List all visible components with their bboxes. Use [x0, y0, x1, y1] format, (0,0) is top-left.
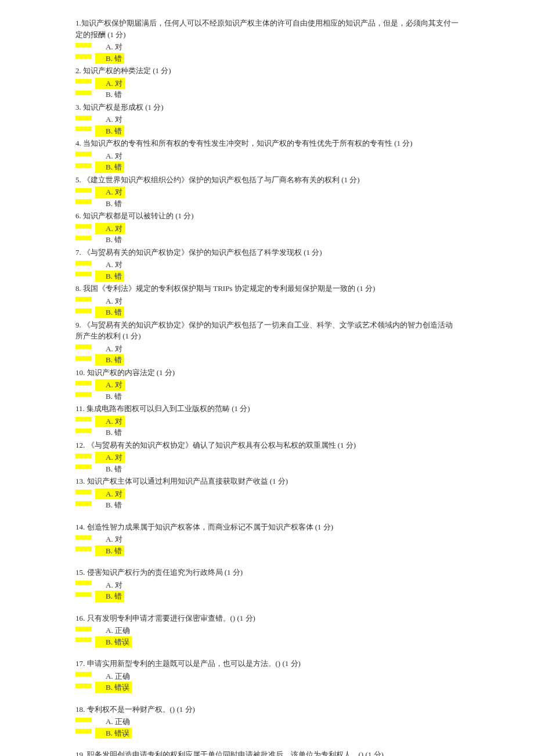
points-label: (1 分) [175, 705, 195, 714]
option-row[interactable]: B. 错 [75, 427, 459, 438]
question-number: 8. [75, 284, 81, 293]
option-marker [75, 165, 93, 170]
option-text: A. 对 [95, 416, 125, 427]
option-text: B. 错误 [95, 682, 132, 693]
option-marker [75, 310, 93, 315]
option-marker [75, 639, 93, 644]
option-row[interactable]: B. 错 [75, 545, 459, 557]
question-block: 14. 创造性智力成果属于知识产权客体，而商业标记不属于知识产权客体 (1 分)… [75, 521, 459, 557]
option-row[interactable]: B. 错误 [75, 728, 459, 739]
question-text: 14. 创造性智力成果属于知识产权客体，而商业标记不属于知识产权客体 (1 分) [75, 521, 459, 533]
option-row[interactable]: A. 对 [75, 452, 459, 463]
option-marker [75, 491, 93, 496]
question-block: 8. 我国《专利法》规定的专利权保护期与 TRIPs 协定规定的专利最短保护期是… [75, 283, 459, 318]
question-number: 10. [75, 368, 85, 377]
question-number: 2. [75, 66, 81, 75]
question-body: 知识产权是形成权 [81, 103, 143, 111]
option-row[interactable]: A. 对 [75, 259, 459, 271]
question-block: 17. 申请实用新型专利的主题既可以是产品，也可以是方法。() (1 分)A. … [75, 658, 459, 693]
option-text: B. 错 [95, 234, 122, 246]
question-text: 18. 专利权不是一种财产权。() (1 分) [75, 704, 459, 715]
question-block: 19. 职务发明创造申请专利的权利应属于单位同时申请被批准后，该单位为专利权人。… [75, 749, 459, 756]
points-label: (1 分) [268, 477, 288, 485]
option-text: B. 错 [95, 89, 122, 100]
question-block: 11. 集成电路布图权可以归入到工业版权的范畴 (1 分)A. 对B. 错 [75, 403, 459, 438]
question-number: 16. [75, 614, 85, 622]
option-marker [75, 455, 93, 460]
question-number: 7. [75, 248, 81, 257]
option-row[interactable]: A. 对 [75, 186, 459, 198]
option-row[interactable]: A. 正确 [75, 716, 459, 728]
option-text: A. 对 [95, 186, 125, 198]
points-label: (1 分) [363, 750, 384, 756]
option-row[interactable]: B. 错 [75, 198, 459, 210]
question-number: 5. [75, 175, 81, 184]
option-marker [75, 719, 93, 724]
option-row[interactable]: A. 对 [75, 343, 459, 355]
option-row[interactable]: B. 错误 [75, 636, 459, 648]
points-label: (1 分) [230, 404, 250, 413]
option-marker [75, 730, 93, 735]
option-row[interactable]: B. 错 [75, 234, 459, 246]
question-text: 6. 知识产权都是可以被转让的 (1 分) [75, 210, 459, 222]
question-number: 13. [75, 477, 85, 485]
question-body: 职务发明创造申请专利的权利应属于单位同时申请被批准后，该单位为专利权人。() [85, 750, 363, 756]
points-label: (1 分) [121, 332, 141, 340]
option-row[interactable]: A. 对 [75, 114, 459, 125]
option-row[interactable]: B. 错 [75, 307, 459, 318]
option-row[interactable]: B. 错 [75, 125, 459, 137]
option-row[interactable]: A. 对 [75, 150, 459, 162]
question-block: 2. 知识产权的种类法定 (1 分)A. 对B. 错 [75, 65, 459, 100]
option-text: A. 对 [95, 296, 122, 307]
question-body: 知识产权的内容法定 [85, 368, 154, 377]
option-text: B. 错 [95, 307, 124, 318]
question-body: 《与贸易有关的知识产权协定》保护的知识产权包括了科学发现权 [81, 248, 302, 257]
question-number: 6. [75, 211, 81, 220]
option-row[interactable]: B. 错误 [75, 682, 459, 693]
option-row[interactable]: B. 错 [75, 463, 459, 475]
option-text: B. 错误 [95, 728, 132, 739]
option-row[interactable]: A. 对 [75, 296, 459, 307]
option-marker [75, 92, 93, 97]
option-marker [75, 466, 93, 471]
option-text: A. 对 [95, 452, 125, 463]
option-row[interactable]: A. 对 [75, 78, 459, 89]
question-block: 16. 只有发明专利申请才需要进行保密审查错。() (1 分)A. 正确B. 错… [75, 613, 459, 648]
option-row[interactable]: A. 正确 [75, 671, 459, 682]
option-row[interactable]: B. 错 [75, 161, 459, 173]
question-text: 8. 我国《专利法》规定的专利权保护期与 TRIPs 协定规定的专利最短保护期是… [75, 283, 459, 294]
option-row[interactable]: A. 对 [75, 41, 459, 53]
option-text: B. 错 [95, 545, 124, 557]
option-row[interactable]: B. 错 [75, 499, 459, 511]
option-marker [75, 346, 93, 351]
question-text: 19. 职务发明创造申请专利的权利应属于单位同时申请被批准后，该单位为专利权人。… [75, 749, 459, 756]
option-row[interactable]: A. 对 [75, 223, 459, 235]
option-marker [75, 628, 93, 633]
question-number: 11. [75, 404, 85, 413]
option-marker [75, 237, 93, 242]
question-text: 5. 《建立世界知识产权组织公约》保护的知识产权包括了与厂商名称有关的权利 (1… [75, 174, 459, 186]
option-marker [75, 81, 93, 85]
question-body: 集成电路布图权可以归入到工业版权的范畴 [85, 404, 230, 413]
option-row[interactable]: A. 对 [75, 416, 459, 427]
option-marker [75, 358, 93, 362]
option-row[interactable]: A. 对 [75, 379, 459, 391]
question-body: 申请实用新型专利的主题既可以是产品，也可以是方法。() [85, 659, 280, 668]
option-marker [75, 298, 93, 303]
question-block: 15. 侵害知识产权行为的责任追究为行政终局 (1 分)A. 对B. 错 [75, 567, 459, 602]
question-number: 18. [75, 705, 85, 714]
option-text: B. 错 [95, 354, 124, 366]
option-row[interactable]: B. 错 [75, 391, 459, 402]
option-row[interactable]: B. 错 [75, 53, 459, 64]
option-row[interactable]: A. 对 [75, 488, 459, 500]
option-row[interactable]: A. 对 [75, 534, 459, 545]
option-row[interactable]: B. 错 [75, 271, 459, 282]
option-marker [75, 430, 93, 435]
option-row[interactable]: A. 正确 [75, 625, 459, 636]
option-row[interactable]: B. 错 [75, 591, 459, 602]
option-row[interactable]: A. 对 [75, 579, 459, 591]
option-row[interactable]: B. 错 [75, 354, 459, 366]
option-marker [75, 503, 93, 507]
option-row[interactable]: B. 错 [75, 89, 459, 100]
option-text: A. 对 [95, 223, 125, 235]
